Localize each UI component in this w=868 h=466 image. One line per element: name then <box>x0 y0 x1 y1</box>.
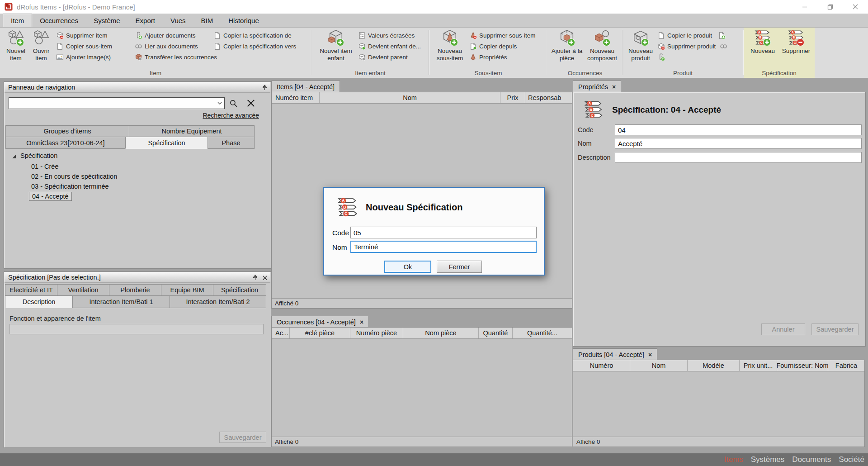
menu-item-export[interactable]: Export <box>128 14 163 27</box>
column-header[interactable]: Nom <box>630 360 688 371</box>
column-header[interactable]: #clé pièce <box>290 328 350 338</box>
produits-tab[interactable]: Produits [04 - Accepté] × <box>573 348 657 360</box>
devient-enfant-de-button[interactable]: Devient enfant de... <box>358 42 421 51</box>
spec-tab-interaction-1[interactable]: Interaction Item/Bati 1 <box>72 295 170 308</box>
column-header[interactable]: Modèle <box>688 360 740 371</box>
attach-to-product-button[interactable] <box>657 52 727 62</box>
nouvel-item-button[interactable]: Nouvel item <box>4 29 28 62</box>
search-icon[interactable] <box>229 99 238 108</box>
close-tab-icon[interactable]: × <box>360 319 363 325</box>
nouveau-composant-button[interactable]: Nouveau composant <box>584 29 620 62</box>
close-panel-icon[interactable] <box>262 275 268 281</box>
pin-icon[interactable] <box>252 275 258 281</box>
nouvel-item-enfant-button[interactable]: Nouvel item enfant <box>316 29 355 62</box>
column-header[interactable]: Responsab <box>525 92 572 103</box>
nav-tab-phase[interactable]: Phase <box>208 137 255 149</box>
properties-annuler-button[interactable]: Annuler <box>761 323 805 335</box>
items-tab[interactable]: Items [04 - Accepté] <box>271 81 340 92</box>
menu-item-vues[interactable]: Vues <box>163 14 193 27</box>
dialog-code-input[interactable] <box>350 227 537 238</box>
nav-tab-omniclass[interactable]: OmniClass 23[2010-06-24] <box>5 137 126 149</box>
dialog-nom-input[interactable] <box>350 241 537 253</box>
column-header[interactable]: Ac... <box>272 328 290 338</box>
ouvrir-item-button[interactable]: Ouvrir item <box>29 29 53 62</box>
ajouter-documents-button[interactable]: Ajouter documents <box>135 31 217 40</box>
dialog-fermer-button[interactable]: Fermer <box>437 261 482 273</box>
supprimer-item-button[interactable]: Supprimer item <box>56 31 112 40</box>
pin-icon[interactable] <box>262 85 268 90</box>
supprimer-specification-button[interactable]: Supprimer <box>779 29 813 55</box>
occurrences-tab[interactable]: Occurrences [04 - Accepté] × <box>271 316 369 328</box>
module-documents[interactable]: Documents <box>792 455 831 464</box>
column-header[interactable]: Numéro pièce <box>350 328 403 338</box>
module-systemes[interactable]: Systèmes <box>751 455 785 464</box>
tree-node-03-terminee[interactable]: 03 - Spécification terminée <box>31 183 109 190</box>
copier-le-produit-button[interactable]: Copier le produit <box>657 31 727 40</box>
dialog-ok-button[interactable]: Ok <box>384 261 431 273</box>
spec-tab-specification[interactable]: Spécification <box>213 284 266 296</box>
module-societe[interactable]: Société <box>839 455 864 464</box>
nav-tab-nombre-equipement[interactable]: Nombre Equipement <box>129 125 255 137</box>
attach-document-icon[interactable] <box>718 32 726 39</box>
column-header[interactable]: Numéro item <box>272 92 320 103</box>
close-tab-icon[interactable]: × <box>612 84 616 90</box>
properties-sauvegarder-button[interactable]: Sauvegarder <box>811 323 859 335</box>
column-header[interactable]: Quantité <box>479 328 513 338</box>
menu-item-item[interactable]: Item <box>3 14 32 27</box>
module-items[interactable]: Items <box>724 455 743 464</box>
tree-node-01-cree[interactable]: 01 - Crée <box>31 163 58 170</box>
column-header[interactable]: Prix <box>500 92 525 103</box>
nouveau-sous-item-button[interactable]: Nouveau sous-item <box>432 29 467 62</box>
lier-aux-documents-button[interactable]: Lier aux documents <box>135 42 217 51</box>
chevron-down-icon[interactable] <box>215 102 224 105</box>
menu-item-historique[interactable]: Historique <box>221 14 267 27</box>
tree-expander-icon[interactable] <box>12 154 16 159</box>
close-window-button[interactable] <box>843 0 868 14</box>
supprimer-sous-item-button[interactable]: Supprimer sous-item <box>469 31 536 40</box>
advanced-search-link[interactable]: Recherche avancée <box>203 112 259 119</box>
proprietes-button[interactable]: Propriétés <box>469 52 536 62</box>
column-header[interactable]: Nom pièce <box>403 328 479 338</box>
spec-tab-electricite[interactable]: Electricité et IT <box>5 284 57 296</box>
tree-node-04-accepte[interactable]: 04 - Accepté <box>29 192 72 201</box>
column-header[interactable]: Fournisseur: Nom <box>777 360 828 371</box>
properties-code-input[interactable] <box>615 124 862 135</box>
spec-tab-interaction-2[interactable]: Interaction Item/Bati 2 <box>170 295 266 308</box>
column-header[interactable]: Prix unit... <box>740 360 777 371</box>
clear-search-icon[interactable] <box>245 98 256 108</box>
fonction-apparence-input[interactable] <box>9 324 264 334</box>
valeurs-ecrasees-button[interactable]: Valeurs écrasées <box>358 31 421 40</box>
spec-tab-equipe-bim[interactable]: Equipe BIM <box>161 284 213 296</box>
copier-specification-de-button[interactable]: Copier la spécification de <box>213 31 296 40</box>
copier-sous-item-button[interactable]: Copier sous-item <box>56 42 112 51</box>
proprietes-tab[interactable]: Propriétés × <box>573 81 621 92</box>
column-header[interactable]: Quantité... <box>513 328 572 338</box>
ajouter-images-button[interactable]: Ajouter image(s) <box>56 52 112 62</box>
transferer-occurrences-button[interactable]: Transférer les occurrences <box>135 52 217 62</box>
nouveau-produit-button[interactable]: Nouveau produit <box>626 29 656 62</box>
menu-item-occurrences[interactable]: Occurrences <box>32 14 86 27</box>
column-header[interactable]: Numéro <box>573 360 630 371</box>
minimize-button[interactable] <box>792 0 817 14</box>
tree-node-specification[interactable]: Spécification <box>20 152 57 159</box>
spec-tab-ventilation[interactable]: Ventilation <box>57 284 109 296</box>
nav-tab-specification[interactable]: Spécification <box>125 137 208 149</box>
column-header[interactable]: Fabrica <box>828 360 864 371</box>
spec-sauvegarder-button[interactable]: Sauvegarder <box>219 432 266 443</box>
copier-specification-vers-button[interactable]: Copier la spécification vers <box>213 42 296 51</box>
ajouter-a-la-piece-button[interactable]: Ajouter à la pièce <box>551 29 583 62</box>
link-icon[interactable] <box>720 43 727 50</box>
nav-tab-groupes-items[interactable]: Groupes d'items <box>5 125 129 137</box>
properties-nom-input[interactable] <box>615 138 862 149</box>
restore-button[interactable] <box>817 0 843 14</box>
devient-parent-button[interactable]: Devient parent <box>358 52 421 62</box>
spec-tab-description[interactable]: Description <box>5 295 73 308</box>
nouveau-specification-button[interactable]: Nouveau <box>747 29 778 55</box>
column-header[interactable]: Nom <box>320 92 500 103</box>
search-input[interactable] <box>9 98 215 108</box>
spec-tab-plomberie[interactable]: Plomberie <box>109 284 161 296</box>
close-tab-icon[interactable]: × <box>648 352 652 358</box>
properties-description-input[interactable] <box>615 152 862 163</box>
tree-node-02-en-cours[interactable]: 02 - En cours de spécification <box>31 173 117 180</box>
menu-item-systeme[interactable]: Système <box>86 14 127 27</box>
